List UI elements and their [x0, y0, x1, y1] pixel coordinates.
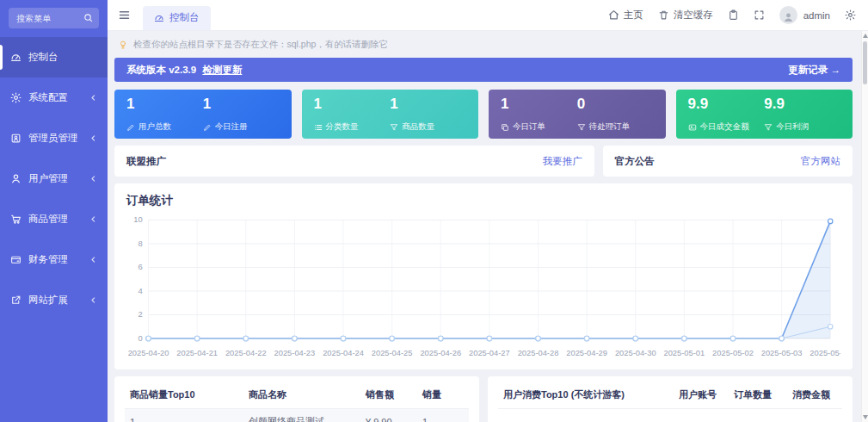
sidebar-item-system-config[interactable]: 系统配置 [0, 78, 108, 118]
hamburger-menu-icon[interactable] [118, 9, 131, 22]
stat-value: 0 [577, 96, 654, 113]
home-link[interactable]: 主页 [608, 9, 643, 22]
svg-text:2025-04-25: 2025-04-25 [372, 349, 413, 357]
svg-text:2025-04-22: 2025-04-22 [225, 349, 267, 357]
fullscreen-icon[interactable] [754, 9, 765, 21]
stat-value: 1 [314, 96, 391, 113]
gauge-icon [154, 13, 164, 23]
person-icon [783, 11, 794, 22]
external-link-icon [10, 295, 22, 306]
gear-icon [10, 92, 22, 103]
wallet-icon [10, 254, 22, 265]
check-update-link[interactable]: 检测更新 [202, 65, 242, 75]
svg-text:2025-04-20: 2025-04-20 [128, 349, 169, 357]
tab-label: 控制台 [169, 11, 200, 24]
stat-label: 待处理订单 [589, 121, 631, 133]
stat-label: 商品数量 [402, 121, 434, 133]
stat-card-products: 1 分类数量 1 商品数量 [302, 90, 479, 139]
promo-link[interactable]: 我要推广 [543, 155, 582, 168]
sidebar-item-finance-management[interactable]: 财务管理 [0, 239, 108, 280]
official-site-link[interactable]: 官方网站 [801, 155, 840, 168]
navbar-actions: 主页 清空缓存 admin [608, 6, 856, 24]
svg-text:2025-04-29: 2025-04-29 [566, 349, 607, 357]
version-text: 系统版本 v2.3.9 [126, 65, 196, 75]
chevron-left-icon [89, 215, 97, 223]
pencil-icon [203, 123, 212, 132]
table-row: 1 创颜网络商品测试 ¥ 9.90 1 [125, 409, 469, 422]
cell-sales-count: 1 [417, 409, 469, 422]
svg-text:8: 8 [138, 239, 142, 248]
svg-text:2025-04-26: 2025-04-26 [420, 349, 461, 357]
stat-value: 1 [501, 96, 577, 113]
stat-value: 1 [203, 96, 280, 113]
sidebar-item-user-management[interactable]: 用户管理 [0, 158, 108, 199]
user-icon [10, 173, 22, 184]
order-stats-card: 订单统计 02468102025-04-202025-04-212025-04-… [114, 183, 853, 369]
column-header: 用户消费Top10 (不统计游客) [498, 382, 674, 409]
scroll-up-arrow[interactable] [863, 34, 868, 38]
cell-product-name: 创颜网络商品测试 [243, 409, 360, 422]
stat-label: 今日利润 [776, 121, 809, 133]
column-header: 商品销量Top10 [125, 382, 243, 409]
stat-card-revenue: 9.9 今日成交金额 9.9 今日利润 [676, 90, 853, 139]
funnel-icon [764, 123, 773, 132]
stat-label: 今日注册 [215, 121, 248, 133]
scrollbar-thumb[interactable] [863, 41, 867, 84]
funnel-icon [390, 123, 398, 132]
svg-text:2025-04-21: 2025-04-21 [176, 349, 218, 357]
sidebar-item-product-management[interactable]: 商品管理 [0, 199, 108, 239]
image-icon [688, 123, 697, 132]
scrollbar[interactable] [861, 31, 868, 422]
stat-card-orders: 1 今日订单 0 待处理订单 [489, 90, 666, 139]
user-menu[interactable]: admin [779, 6, 830, 24]
settings-gears-icon[interactable] [845, 9, 856, 21]
sidebar-item-label: 商品管理 [28, 213, 68, 226]
sidebar-item-site-extension[interactable]: 网站扩展 [0, 280, 108, 320]
sidebar-menu: 控制台 系统配置 管理员管理 用户管理 商品管理 [0, 37, 108, 320]
svg-text:2025-04-30: 2025-04-30 [615, 349, 656, 357]
svg-text:2025-05-04: 2025-05-04 [810, 349, 840, 357]
tab-dashboard[interactable]: 控制台 [143, 6, 211, 30]
product-sales-table-card: 商品销量Top10 商品名称 销售额 销量 1 创颜网络商品测试 ¥ 9.90 … [114, 376, 479, 422]
sidebar-item-label: 网站扩展 [28, 294, 68, 307]
announcement-title: 官方公告 [615, 155, 655, 168]
column-header: 消费金额 [787, 382, 842, 409]
main-area: 控制台 主页 清空缓存 admin [108, 0, 868, 422]
svg-text:2025-04-24: 2025-04-24 [323, 349, 364, 357]
cell-rank: 1 [125, 409, 243, 422]
user-consumption-table-card: 用户消费Top10 (不统计游客) 用户账号 订单数量 消费金额 [488, 376, 853, 422]
svg-text:2025-05-02: 2025-05-02 [712, 349, 754, 357]
sidebar-item-dashboard[interactable]: 控制台 [0, 37, 108, 78]
stat-label: 分类数量 [326, 121, 359, 133]
scroll-down-arrow[interactable] [863, 415, 868, 419]
username: admin [803, 10, 830, 21]
chevron-left-icon [89, 256, 97, 264]
user-consumption-table: 用户消费Top10 (不统计游客) 用户账号 订单数量 消费金额 [498, 382, 842, 409]
trash-icon [658, 9, 669, 21]
svg-text:4: 4 [138, 287, 142, 295]
avatar [779, 6, 797, 24]
chevron-left-icon [89, 94, 97, 102]
column-header: 销售额 [360, 382, 417, 409]
content-area: 检查你的站点根目录下是否存在文件：sql.php，有的话请删除它 系统版本 v2… [108, 31, 861, 422]
clear-cache-button[interactable]: 清空缓存 [658, 9, 713, 22]
svg-text:0: 0 [138, 334, 142, 343]
svg-text:2025-05-03: 2025-05-03 [761, 349, 803, 357]
top-navbar: 控制台 主页 清空缓存 admin [108, 0, 868, 31]
svg-text:2025-04-23: 2025-04-23 [274, 349, 316, 357]
clipboard-icon[interactable] [728, 9, 739, 21]
info-panels-row: 联盟推广 我要推广 官方公告 官方网站 [114, 146, 853, 177]
stat-value: 9.9 [764, 96, 840, 113]
cell-sales-amount: ¥ 9.90 [360, 409, 417, 422]
sidebar-item-label: 财务管理 [28, 253, 68, 266]
column-header: 商品名称 [243, 382, 360, 409]
changelog-link[interactable]: 更新记录 → [788, 64, 840, 77]
sidebar-item-admin-management[interactable]: 管理员管理 [0, 118, 108, 158]
orders-line-chart: 02468102025-04-202025-04-212025-04-22202… [126, 210, 840, 377]
promo-title: 联盟推广 [126, 155, 166, 168]
app-window: 控制台 系统配置 管理员管理 用户管理 商品管理 [0, 0, 868, 422]
stat-label: 用户总数 [139, 121, 171, 133]
svg-text:2025-04-28: 2025-04-28 [518, 349, 559, 357]
security-notice: 检查你的站点根目录下是否存在文件：sql.php，有的话请删除它 [114, 35, 853, 58]
chevron-left-icon [89, 296, 97, 304]
